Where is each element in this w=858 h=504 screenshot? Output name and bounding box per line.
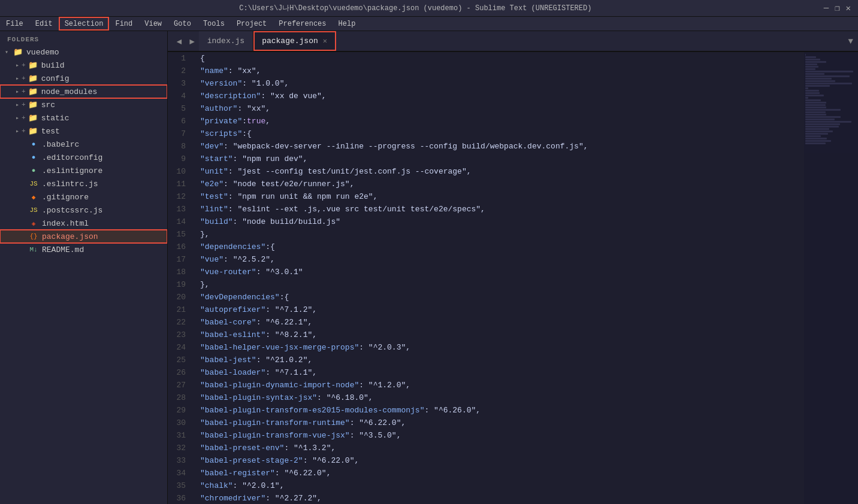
- code-line: "babel-plugin-dynamic-import-node": "^1.…: [200, 379, 804, 391]
- folder-arrow-icon: ▸: [16, 62, 19, 69]
- sidebar-item-label: build: [41, 61, 65, 70]
- tab-dropdown-button[interactable]: ▼: [848, 37, 853, 46]
- minimap-line: [805, 111, 826, 113]
- line-number: 6: [168, 115, 192, 127]
- menu-item-file[interactable]: File: [0, 17, 29, 31]
- code-line: "babel-helper-vue-jsx-merge-props": "^2.…: [200, 341, 804, 354]
- line-number: 3: [168, 77, 192, 90]
- minimap-line: [805, 133, 828, 135]
- tab-indexjs[interactable]: index.js: [199, 31, 253, 51]
- code-line: "babel-loader": "^7.1.1",: [200, 366, 804, 379]
- minimap-line: [805, 54, 806, 56]
- minimap-line: [805, 107, 826, 108]
- tab-close-icon[interactable]: ✕: [323, 37, 327, 45]
- sidebar-item-label: node_modules: [41, 87, 98, 96]
- folder-icon: 📁: [13, 47, 23, 57]
- line-number: 18: [168, 266, 192, 278]
- minimap-line: [805, 109, 841, 111]
- code-line: "vue-router": "^3.0.1": [200, 266, 804, 278]
- minimap-line: [805, 83, 852, 84]
- tab-nav-forward[interactable]: ►: [186, 31, 199, 51]
- code-line: "babel-core": "^6.22.1",: [200, 316, 804, 329]
- main-layout: FOLDERS ▾📁vuedemo▸+📁build▸+📁config▸+📁nod…: [0, 31, 858, 504]
- code-line: },: [200, 278, 804, 291]
- line-number: 17: [168, 253, 192, 266]
- minimap-line: [805, 123, 840, 125]
- close-button[interactable]: ✕: [846, 3, 851, 13]
- minimap-line: [805, 61, 826, 63]
- code-line: "e2e": "node test/e2e/runner.js",: [200, 178, 804, 190]
- menu-item-preferences[interactable]: Preferences: [273, 17, 332, 31]
- line-number: 25: [168, 354, 192, 366]
- sidebar-item-gitignore[interactable]: ◆.gitignore: [0, 190, 167, 204]
- code-line: "babel-preset-stage-2": "^6.22.0",: [200, 454, 804, 467]
- line-number: 29: [168, 404, 192, 417]
- line-number: 5: [168, 102, 192, 115]
- code-line: "devDependencies": {: [200, 291, 804, 303]
- code-line: {: [200, 52, 804, 65]
- sidebar-header: FOLDERS: [0, 31, 167, 45]
- sidebar-item-label: test: [41, 127, 60, 136]
- sidebar-item-label: vuedemo: [26, 48, 59, 57]
- line-number: 16: [168, 241, 192, 253]
- line-number: 34: [168, 467, 192, 479]
- menu-item-project[interactable]: Project: [231, 17, 273, 31]
- line-number: 14: [168, 215, 192, 228]
- sidebar-item-node_modules[interactable]: ▸+📁node_modules: [0, 85, 167, 98]
- line-number: 36: [168, 492, 192, 504]
- minimap-line: [805, 85, 830, 87]
- code-line: "dev": "webpack-dev-server --inline --pr…: [200, 140, 804, 153]
- sidebar-item-config[interactable]: ▸+📁config: [0, 72, 167, 85]
- tab-nav-back[interactable]: ◄: [173, 31, 186, 51]
- sidebar-item-eslintrc[interactable]: JS.eslintrc.js: [0, 177, 167, 190]
- line-number: 27: [168, 379, 192, 391]
- line-number: 22: [168, 316, 192, 329]
- minimap-line: [805, 97, 808, 99]
- minimap-line: [805, 95, 824, 96]
- sidebar-item-test[interactable]: ▸+📁test: [0, 125, 167, 138]
- line-number: 35: [168, 479, 192, 492]
- sidebar-item-packagejson[interactable]: {}package.json: [0, 230, 167, 243]
- sidebar-item-build[interactable]: ▸+📁build: [0, 59, 167, 72]
- menu-item-find[interactable]: Find: [109, 17, 138, 31]
- line-number: 32: [168, 442, 192, 454]
- line-number: 19: [168, 278, 192, 291]
- menu-item-selection[interactable]: Selection: [59, 17, 110, 31]
- sidebar-item-eslintignore[interactable]: ●.eslintignore: [0, 164, 167, 177]
- minimap-line: [805, 90, 819, 92]
- menu-item-edit[interactable]: Edit: [29, 17, 59, 31]
- line-number: 9: [168, 153, 192, 165]
- menu-item-view[interactable]: View: [138, 17, 168, 31]
- sidebar-item-editorconfig[interactable]: ●.editorconfig: [0, 151, 167, 164]
- minimap-line: [805, 99, 821, 101]
- line-number: 31: [168, 429, 192, 442]
- file-icon-html: ◈: [29, 218, 38, 228]
- sidebar-item-label: config: [41, 74, 70, 83]
- sidebar-item-src[interactable]: ▸+📁src: [0, 98, 167, 111]
- menu-item-tools[interactable]: Tools: [197, 17, 231, 31]
- sidebar-item-vuedemo[interactable]: ▾📁vuedemo: [0, 45, 167, 59]
- sidebar-item-postcssrc[interactable]: JS.postcssrc.js: [0, 204, 167, 217]
- line-number: 10: [168, 165, 192, 178]
- sidebar-item-static[interactable]: ▸+📁static: [0, 111, 167, 125]
- tab-label: package.json: [262, 37, 318, 45]
- window-controls[interactable]: — ❐ ✕: [824, 3, 851, 13]
- sidebar-item-babelrc[interactable]: ●.babelrc: [0, 138, 167, 151]
- sidebar-item-indexhtml[interactable]: ◈index.html: [0, 217, 167, 230]
- minimap-line: [805, 78, 832, 80]
- menu-item-goto[interactable]: Goto: [168, 17, 197, 31]
- code-content[interactable]: { "name": "xx", "version": "1.0.0", "des…: [198, 52, 804, 504]
- minimize-button[interactable]: —: [824, 3, 829, 13]
- line-number: 23: [168, 329, 192, 341]
- tab-packagejson[interactable]: package.json✕: [253, 31, 336, 51]
- menu-item-help[interactable]: Help: [333, 17, 362, 31]
- folder-arrow-icon: ▸: [16, 88, 19, 95]
- code-line: "build": "node build/build.js": [200, 215, 804, 228]
- sidebar-item-readme[interactable]: M↓README.md: [0, 243, 167, 256]
- code-line: "babel-plugin-transform-vue-jsx": "^3.5.…: [200, 429, 804, 442]
- code-line: "author": "xx",: [200, 102, 804, 115]
- tab-bar: ◄ ► index.jspackage.json✕ ▼: [168, 31, 858, 52]
- file-icon-js: JS: [29, 179, 38, 189]
- restore-button[interactable]: ❐: [835, 3, 839, 13]
- code-line: },: [200, 228, 804, 241]
